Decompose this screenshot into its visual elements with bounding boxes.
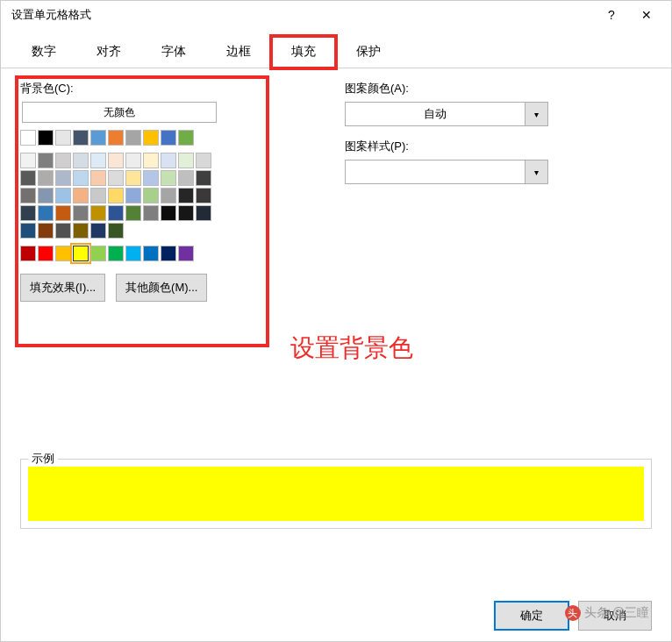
ok-button[interactable]: 确定 xyxy=(494,601,569,631)
color-swatch[interactable] xyxy=(125,246,141,261)
pattern-color-label: 图案颜色(A): xyxy=(345,81,652,96)
sample-label: 示例 xyxy=(28,451,58,467)
sample-box: 示例 xyxy=(20,459,652,529)
color-swatch[interactable] xyxy=(90,130,106,146)
color-swatch[interactable] xyxy=(161,246,176,261)
color-swatch[interactable] xyxy=(178,170,194,186)
color-swatch[interactable] xyxy=(73,188,89,203)
color-swatch[interactable] xyxy=(73,223,89,239)
color-swatch[interactable] xyxy=(20,246,36,261)
color-swatch[interactable] xyxy=(196,170,211,186)
no-color-button[interactable]: 无颜色 xyxy=(22,102,217,123)
color-swatch[interactable] xyxy=(73,170,89,186)
color-swatch[interactable] xyxy=(38,246,54,261)
color-swatch[interactable] xyxy=(125,188,141,203)
tabstrip: 数字对齐字体边框填充保护 xyxy=(1,36,671,68)
color-swatch[interactable] xyxy=(55,188,71,203)
color-swatch[interactable] xyxy=(125,205,141,221)
color-swatch[interactable] xyxy=(125,153,141,168)
color-swatch[interactable] xyxy=(20,188,36,203)
color-swatch[interactable] xyxy=(55,223,71,239)
theme-color-row xyxy=(20,130,222,146)
color-swatch[interactable] xyxy=(143,130,159,146)
color-swatch[interactable] xyxy=(196,153,211,168)
color-swatch[interactable] xyxy=(161,205,176,221)
color-swatch[interactable] xyxy=(125,130,141,146)
color-swatch[interactable] xyxy=(108,170,124,186)
color-swatch[interactable] xyxy=(196,205,211,221)
color-swatch[interactable] xyxy=(178,153,194,168)
color-swatch[interactable] xyxy=(90,153,106,168)
color-swatch[interactable] xyxy=(90,205,106,221)
color-swatch[interactable] xyxy=(55,205,71,221)
color-swatch[interactable] xyxy=(20,153,36,168)
color-swatch[interactable] xyxy=(108,205,124,221)
color-swatch[interactable] xyxy=(20,223,36,239)
fill-effects-button[interactable]: 填充效果(I)... xyxy=(20,274,105,302)
tab-3[interactable]: 边框 xyxy=(206,36,271,68)
color-swatch[interactable] xyxy=(108,130,124,146)
color-swatch[interactable] xyxy=(143,205,159,221)
color-swatch[interactable] xyxy=(178,130,194,146)
color-swatch[interactable] xyxy=(108,246,124,261)
color-swatch[interactable] xyxy=(73,246,89,261)
footer: 确定 取消 xyxy=(1,590,671,641)
color-swatch[interactable] xyxy=(90,223,106,239)
color-swatch[interactable] xyxy=(20,130,36,146)
color-swatch[interactable] xyxy=(143,153,159,168)
color-swatch[interactable] xyxy=(38,205,54,221)
color-swatch[interactable] xyxy=(143,246,159,261)
color-swatch[interactable] xyxy=(90,246,106,261)
tab-2[interactable]: 字体 xyxy=(141,36,206,68)
color-swatch[interactable] xyxy=(161,188,176,203)
color-swatch[interactable] xyxy=(125,170,141,186)
color-swatch[interactable] xyxy=(161,130,176,146)
color-swatch[interactable] xyxy=(161,153,176,168)
color-swatch[interactable] xyxy=(55,170,71,186)
color-swatch[interactable] xyxy=(178,205,194,221)
color-swatch[interactable] xyxy=(55,153,71,168)
color-swatch[interactable] xyxy=(73,205,89,221)
color-swatch[interactable] xyxy=(90,170,106,186)
color-swatch[interactable] xyxy=(55,130,71,146)
color-swatch[interactable] xyxy=(38,170,54,186)
pattern-style-value xyxy=(346,160,525,183)
color-swatch[interactable] xyxy=(161,170,176,186)
color-swatch[interactable] xyxy=(143,170,159,186)
tab-5[interactable]: 保护 xyxy=(336,36,401,68)
titlebar: 设置单元格格式 ? ✕ xyxy=(1,1,671,29)
close-button[interactable]: ✕ xyxy=(629,3,664,27)
color-swatch[interactable] xyxy=(108,223,124,239)
annotation-text: 设置背景色 xyxy=(290,332,413,365)
tab-1[interactable]: 对齐 xyxy=(76,36,141,68)
color-swatch[interactable] xyxy=(20,205,36,221)
color-swatch[interactable] xyxy=(108,188,124,203)
content: 背景色(C): 无颜色 填充效果(I)... 其他颜色(M)... 图案颜色(A… xyxy=(1,68,671,590)
color-swatch[interactable] xyxy=(38,188,54,203)
pattern-style-label: 图案样式(P): xyxy=(345,139,652,154)
chevron-down-icon: ▾ xyxy=(525,103,547,125)
color-swatch[interactable] xyxy=(178,188,194,203)
color-swatch[interactable] xyxy=(178,246,194,261)
pattern-color-dropdown[interactable]: 自动 ▾ xyxy=(345,102,548,126)
tab-4[interactable]: 填充 xyxy=(271,36,336,68)
standard-color-row xyxy=(20,246,222,261)
color-swatch[interactable] xyxy=(108,153,124,168)
color-swatch[interactable] xyxy=(90,188,106,203)
color-swatch[interactable] xyxy=(38,153,54,168)
color-swatch[interactable] xyxy=(55,246,71,261)
tab-0[interactable]: 数字 xyxy=(11,36,76,68)
color-swatch[interactable] xyxy=(73,153,89,168)
color-swatch[interactable] xyxy=(196,188,211,203)
color-swatch[interactable] xyxy=(20,170,36,186)
more-colors-button[interactable]: 其他颜色(M)... xyxy=(116,274,207,302)
color-swatch[interactable] xyxy=(38,130,54,146)
color-swatch[interactable] xyxy=(73,130,89,146)
help-button[interactable]: ? xyxy=(594,3,629,27)
format-cells-dialog: 设置单元格格式 ? ✕ 数字对齐字体边框填充保护 背景色(C): 无颜色 填充效… xyxy=(0,0,672,642)
color-swatch[interactable] xyxy=(143,188,159,203)
cancel-button[interactable]: 取消 xyxy=(578,601,652,631)
pattern-style-dropdown[interactable]: ▾ xyxy=(345,160,548,184)
sample-section: 示例 xyxy=(20,459,652,529)
color-swatch[interactable] xyxy=(38,223,54,239)
